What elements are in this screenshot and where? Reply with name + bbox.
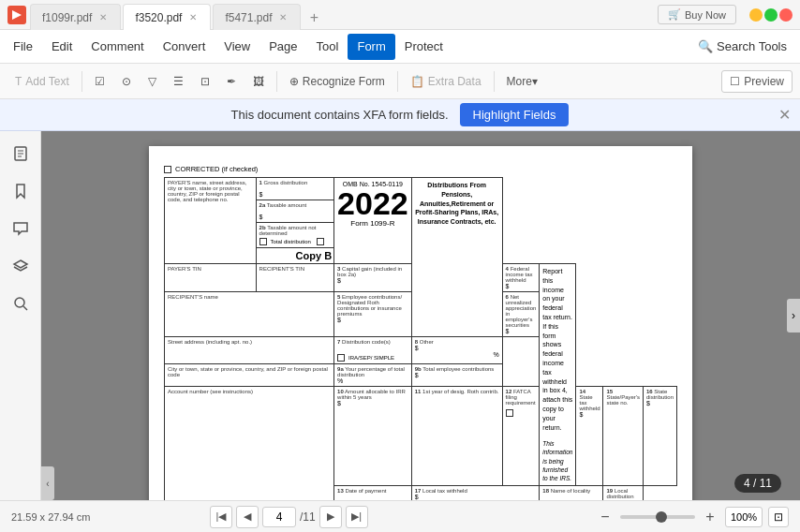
highlight-fields-button[interactable]: Highlight Fields bbox=[460, 103, 570, 126]
irasep-label: IRA/SEP/ SIMPLE bbox=[348, 355, 394, 361]
menu-file[interactable]: File bbox=[4, 34, 42, 60]
first-page-button[interactable]: |◀ bbox=[210, 506, 232, 528]
next-page-button[interactable]: ▶ bbox=[319, 506, 342, 528]
tab-close-f1099r[interactable]: ✕ bbox=[97, 10, 109, 24]
box17-cell: 17 Local tax withheld $ bbox=[411, 485, 540, 500]
panel-pages-icon[interactable] bbox=[6, 139, 36, 169]
box5-cell: 5 Employee contributions/ Designated Rot… bbox=[334, 292, 412, 337]
tab-close-f5471[interactable]: ✕ bbox=[277, 10, 289, 24]
menu-convert[interactable]: Convert bbox=[154, 34, 215, 60]
left-collapse-arrow[interactable]: ‹ bbox=[41, 466, 54, 500]
recognize-form-button[interactable]: ⊕ Recognize Form bbox=[282, 68, 393, 95]
right-collapse-arrow[interactable]: › bbox=[787, 299, 800, 332]
form-toolbar: T Add Text ☑ ⊙ ▽ ☰ ⊡ ✒ 🖼 ⊕ Recognize For… bbox=[0, 64, 800, 99]
sign-tool-button[interactable]: ✒ bbox=[219, 68, 244, 95]
menu-protect[interactable]: Protect bbox=[395, 34, 452, 60]
tabs-area: f1099r.pdf ✕ f3520.pdf ✕ f5471.pdf ✕ + bbox=[30, 0, 658, 29]
add-text-button[interactable]: T Add Text bbox=[7, 68, 77, 95]
payer-name-label: PAYER'S name, street address, city or to… bbox=[168, 180, 253, 202]
tab-f3520[interactable]: f3520.pdf ✕ bbox=[123, 4, 211, 30]
extra-data-label: Extra Data bbox=[428, 75, 481, 88]
zoom-out-button[interactable]: − bbox=[596, 508, 615, 526]
panel-search-icon[interactable] bbox=[6, 288, 36, 318]
tab-f5471[interactable]: f5471.pdf ✕ bbox=[213, 4, 301, 30]
fatca-checkbox[interactable] bbox=[506, 409, 513, 417]
cart-icon: 🛒 bbox=[668, 8, 681, 21]
city-state-label: City or town, state or province, country… bbox=[168, 366, 331, 377]
maximize-button[interactable] bbox=[764, 8, 778, 22]
box7-cell: 7 Distribution code(s) IRA/SEP/ SIMPLE bbox=[334, 337, 412, 364]
menu-tool[interactable]: Tool bbox=[307, 34, 348, 60]
preview-button[interactable]: ☐ Preview bbox=[721, 70, 793, 93]
page-number-input[interactable] bbox=[262, 507, 296, 527]
pdf-page: CORRECTED (if checked) PAYER'S name, str… bbox=[149, 146, 692, 500]
menu-edit[interactable]: Edit bbox=[42, 34, 81, 60]
copy-b-cell: Copy B bbox=[256, 248, 333, 264]
total-dist-checkbox[interactable] bbox=[259, 238, 267, 245]
add-text-label: Add Text bbox=[25, 75, 68, 88]
dropdown-tool-button[interactable]: ▽ bbox=[141, 68, 164, 95]
pdf-viewer[interactable]: CORRECTED (if checked) PAYER'S name, str… bbox=[54, 131, 787, 500]
image-tool-button[interactable]: 🖼 bbox=[245, 68, 272, 95]
tab-label: f5471.pdf bbox=[225, 11, 272, 24]
box18-label: 18 Name of locality bbox=[542, 488, 600, 494]
tab-f1099r[interactable]: f1099r.pdf ✕ bbox=[30, 4, 121, 30]
recognize-label: Recognize Form bbox=[303, 75, 385, 88]
recipient-name-cell: RECIPIENT'S name bbox=[165, 292, 334, 337]
notification-close-button[interactable]: ✕ bbox=[778, 106, 791, 124]
panel-bookmarks-icon[interactable] bbox=[6, 176, 36, 206]
city-state-cell: City or town, state or province, country… bbox=[165, 364, 334, 387]
dropdown-icon: ▽ bbox=[148, 75, 156, 88]
panel-layers-icon[interactable] bbox=[6, 251, 36, 281]
close-button[interactable] bbox=[779, 8, 793, 22]
status-bar: 21.59 x 27.94 cm |◀ ◀ /11 ▶ ▶| − + ⊡ bbox=[0, 500, 800, 532]
more-button[interactable]: More▾ bbox=[499, 68, 545, 95]
list-tool-button[interactable]: ☰ bbox=[166, 68, 191, 95]
toolbar-separator-2 bbox=[276, 71, 277, 92]
zoom-in-button[interactable]: + bbox=[701, 508, 719, 526]
box6-label: 6 Net unrealized appreciation in employe… bbox=[506, 294, 537, 328]
notification-bar: This document contains XFA form fields. … bbox=[0, 99, 800, 131]
zoom-level-input[interactable] bbox=[725, 507, 763, 527]
box2a-label: 2a Taxable amount bbox=[259, 202, 331, 208]
fit-page-button[interactable]: ⊡ bbox=[768, 507, 789, 527]
search-icon: 🔍 bbox=[698, 39, 713, 53]
zoom-slider[interactable] bbox=[620, 515, 695, 519]
document-dimensions: 21.59 x 27.94 cm bbox=[11, 511, 90, 523]
payer-tin-cell: PAYER'S TIN bbox=[165, 264, 257, 292]
copy-b-text: Report this income on your federal tax r… bbox=[542, 267, 572, 432]
menu-form[interactable]: Form bbox=[348, 34, 394, 60]
box10-cell: 10 Amount allocable to IRR within 5 year… bbox=[334, 387, 412, 486]
search-tools-button[interactable]: 🔍 Search Tools bbox=[689, 36, 796, 57]
last-page-button[interactable]: ▶| bbox=[346, 506, 368, 528]
prev-page-button[interactable]: ◀ bbox=[236, 506, 259, 528]
minimize-button[interactable] bbox=[749, 8, 763, 22]
app-icon bbox=[7, 6, 26, 24]
search-tools-label: Search Tools bbox=[717, 39, 787, 53]
buy-now-button[interactable]: 🛒 Buy Now bbox=[658, 5, 736, 24]
form-table: PAYER'S name, street address, city or to… bbox=[164, 177, 677, 500]
box6-cell: 6 Net unrealized appreciation in employe… bbox=[502, 292, 540, 337]
zoom-slider-thumb bbox=[656, 511, 667, 523]
field-tool-button[interactable]: ⊡ bbox=[193, 68, 217, 95]
menu-comment[interactable]: Comment bbox=[81, 34, 153, 60]
add-tab-button[interactable]: + bbox=[303, 7, 325, 29]
ira-sep-checkbox[interactable] bbox=[337, 354, 345, 362]
title-bar-right: 🛒 Buy Now bbox=[658, 5, 793, 24]
box2b-checkbox[interactable] bbox=[317, 238, 324, 245]
menu-page[interactable]: Page bbox=[259, 34, 306, 60]
box12-cell: 12 FATCA filing requirement bbox=[502, 387, 540, 486]
tab-label: f3520.pdf bbox=[135, 11, 182, 24]
tab-close-f3520[interactable]: ✕ bbox=[187, 10, 199, 24]
menu-right: 🔍 Search Tools bbox=[689, 36, 796, 57]
checkbox-tool-button[interactable]: ☑ bbox=[87, 68, 112, 95]
corrected-checkbox[interactable] bbox=[164, 166, 171, 173]
box9b-cell: 9b Total employee contributions $ bbox=[411, 364, 502, 387]
box4-label: 4 Federal income tax withheld bbox=[506, 266, 537, 283]
box9a-label: 9a Your percentage of total distribution bbox=[337, 366, 408, 377]
box2b-cell: 2b Taxable amount not determined Total d… bbox=[256, 223, 333, 248]
radio-tool-button[interactable]: ⊙ bbox=[114, 68, 139, 95]
menu-view[interactable]: View bbox=[215, 34, 259, 60]
extra-data-button[interactable]: 📋 Extra Data bbox=[403, 68, 489, 95]
panel-comments-icon[interactable] bbox=[6, 214, 36, 244]
